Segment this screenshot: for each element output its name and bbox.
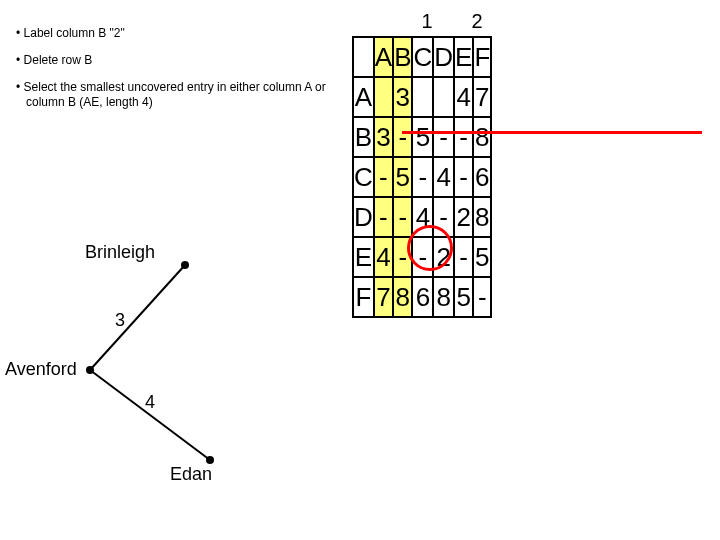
row-E-label: E <box>353 237 374 277</box>
cell-A-D <box>433 77 454 117</box>
row-E: E 4 - - 2 - 5 <box>353 237 491 277</box>
row-B-label: B <box>353 117 374 157</box>
notes-list: Label column B "2" Delete row B Select t… <box>16 26 346 122</box>
cell-B-E: - <box>454 117 473 157</box>
col-F: F <box>473 37 491 77</box>
cell-C-D: 4 <box>433 157 454 197</box>
cell-D-D: - <box>433 197 454 237</box>
step-labels: 1 2 <box>402 10 502 33</box>
cell-C-A: - <box>374 157 393 197</box>
col-E: E <box>454 37 473 77</box>
step-2: 2 <box>452 10 502 33</box>
label-edan: Edan <box>170 464 212 484</box>
row-C: C - 5 - 4 - 6 <box>353 157 491 197</box>
cell-E-C: - <box>412 237 433 277</box>
edge-avenford-brinleigh <box>90 265 185 370</box>
distance-matrix: A B C D E F A 3 4 7 B 3 - 5 - <box>352 36 492 318</box>
cell-E-A: 4 <box>374 237 393 277</box>
cell-D-C: 4 <box>412 197 433 237</box>
node-avenford <box>86 366 94 374</box>
label-avenford: Avenford <box>5 359 77 379</box>
header-row: A B C D E F <box>353 37 491 77</box>
row-C-label: C <box>353 157 374 197</box>
cell-D-F: 8 <box>473 197 491 237</box>
note-2: Delete row B <box>16 53 346 68</box>
edge-avenford-edan <box>90 370 210 460</box>
col-B: B <box>393 37 412 77</box>
note-3: Select the smallest uncovered entry in e… <box>16 80 346 110</box>
cell-E-B: - <box>393 237 412 277</box>
weight-avenford-brinleigh: 3 <box>115 310 125 330</box>
cell-B-D: - <box>433 117 454 157</box>
cell-C-F: 6 <box>473 157 491 197</box>
cell-E-F: 5 <box>473 237 491 277</box>
row-B: B 3 - 5 - - 8 <box>353 117 491 157</box>
col-D: D <box>433 37 454 77</box>
cell-A-E: 4 <box>454 77 473 117</box>
cell-E-D: 2 <box>433 237 454 277</box>
row-A: A 3 4 7 <box>353 77 491 117</box>
cell-A-F: 7 <box>473 77 491 117</box>
cell-E-E: - <box>454 237 473 277</box>
row-F-label: F <box>353 277 374 317</box>
cell-F-A: 7 <box>374 277 393 317</box>
cell-B-A: 3 <box>374 117 393 157</box>
cell-C-C: - <box>412 157 433 197</box>
row-D: D - - 4 - 2 8 <box>353 197 491 237</box>
weight-avenford-edan: 4 <box>145 392 155 412</box>
cell-B-C: 5 <box>412 117 433 157</box>
node-edan <box>206 456 214 464</box>
cell-B-F: 8 <box>473 117 491 157</box>
cell-F-F: - <box>473 277 491 317</box>
cell-A-B: 3 <box>393 77 412 117</box>
cell-C-E: - <box>454 157 473 197</box>
label-brinleigh: Brinleigh <box>85 242 155 262</box>
cell-F-C: 6 <box>412 277 433 317</box>
row-F: F 7 8 6 8 5 - <box>353 277 491 317</box>
cell-F-B: 8 <box>393 277 412 317</box>
cell-A-A <box>374 77 393 117</box>
note-1: Label column B "2" <box>16 26 346 41</box>
cell-F-E: 5 <box>454 277 473 317</box>
row-D-label: D <box>353 197 374 237</box>
row-A-label: A <box>353 77 374 117</box>
cell-D-B: - <box>393 197 412 237</box>
corner-cell <box>353 37 374 77</box>
col-C: C <box>412 37 433 77</box>
step-1: 1 <box>402 10 452 33</box>
cell-C-B: 5 <box>393 157 412 197</box>
col-A: A <box>374 37 393 77</box>
cell-B-B: - <box>393 117 412 157</box>
cell-D-E: 2 <box>454 197 473 237</box>
cell-D-A: - <box>374 197 393 237</box>
cell-F-D: 8 <box>433 277 454 317</box>
node-brinleigh <box>181 261 189 269</box>
cell-A-C <box>412 77 433 117</box>
